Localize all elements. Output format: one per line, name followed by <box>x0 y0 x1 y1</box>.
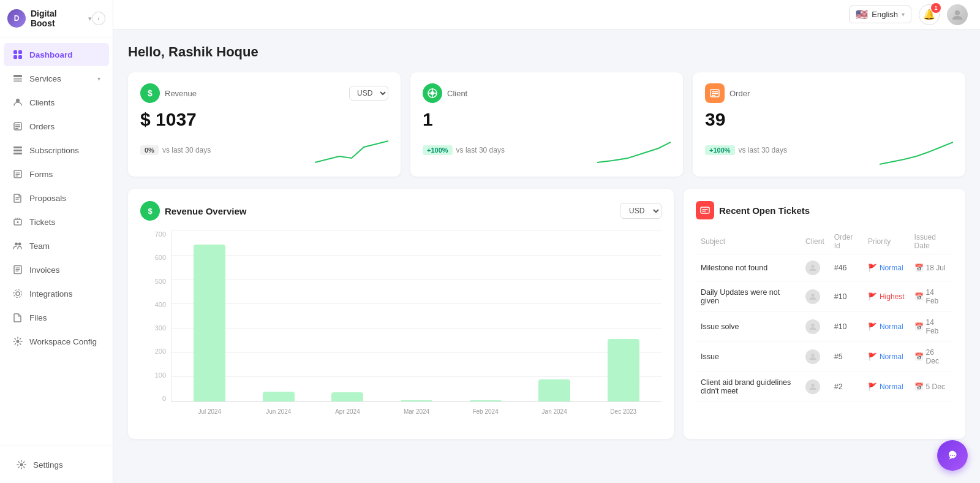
sidebar-item-label: Clients <box>29 98 55 107</box>
sidebar-item-orders[interactable]: Orders <box>4 115 109 138</box>
chart-title-row: $ Revenue Overview <box>140 201 246 221</box>
sidebar-item-subscriptions[interactable]: Subscriptions <box>4 139 109 162</box>
svg-rect-1 <box>18 50 22 54</box>
bar-mar2024: Mar 2024 <box>383 230 450 401</box>
y-label-700: 700 <box>141 230 166 238</box>
bottom-row: $ Revenue Overview USD 700 600 500 <box>128 189 965 439</box>
svg-rect-19 <box>16 199 19 200</box>
notification-badge: 1 <box>931 3 941 13</box>
svg-point-43 <box>812 354 815 357</box>
brand[interactable]: D Digital Boost ▾ <box>7 9 92 28</box>
sidebar-item-services[interactable]: Services ▾ <box>4 67 109 90</box>
svg-rect-14 <box>13 153 22 154</box>
ticket-orderid-3: #5 <box>829 342 863 372</box>
sidebar-item-integrations[interactable]: Integrations <box>4 282 109 305</box>
stat-card-client: Client 1 +100% vs last 30 days <box>410 72 683 177</box>
language-selector[interactable]: 🇺🇸 English ▾ <box>849 6 911 23</box>
svg-rect-38 <box>712 95 715 96</box>
brand-avatar: D <box>7 9 26 28</box>
svg-point-46 <box>950 455 951 456</box>
stats-row: $ Revenue USD $ 1037 0% vs last 30 days <box>128 72 965 177</box>
svg-point-44 <box>812 384 815 387</box>
order-badge: +100% <box>705 145 735 155</box>
order-change: +100% vs last 30 days <box>705 145 787 155</box>
bar-value-jun2024 <box>263 392 295 401</box>
chart-currency-select[interactable]: USD <box>620 203 662 219</box>
revenue-badge: 0% <box>140 145 159 155</box>
ticket-orderid-0: #46 <box>829 254 863 282</box>
sidebar-item-dashboard[interactable]: Dashboard <box>4 43 109 66</box>
stat-header-order: Order <box>705 83 953 103</box>
sidebar-item-invoices[interactable]: Invoices <box>4 258 109 281</box>
integrations-icon <box>12 288 23 299</box>
sidebar-item-tickets[interactable]: Tickets <box>4 210 109 234</box>
order-change-text: vs last 30 days <box>739 146 787 154</box>
revenue-footer: 0% vs last 30 days <box>140 135 388 165</box>
revenue-value: $ 1037 <box>140 109 388 130</box>
bar-label-feb2024: Feb 2024 <box>472 408 498 415</box>
client-badge: +100% <box>423 145 453 155</box>
y-label-500: 500 <box>141 278 166 285</box>
client-sparkline <box>597 135 671 165</box>
bar-jan2024: Jan 2024 <box>521 230 588 401</box>
sidebar-item-files[interactable]: Files <box>4 306 109 329</box>
date-4: 📅5 Dec <box>914 382 948 391</box>
bar-apr2024: Apr 2024 <box>314 230 381 401</box>
sidebar-item-proposals[interactable]: Proposals <box>4 186 109 210</box>
bar-label-apr2024: Apr 2024 <box>335 408 360 415</box>
stat-card-revenue: $ Revenue USD $ 1037 0% vs last 30 days <box>128 72 401 177</box>
bar-label-dec2023: Dec 2023 <box>610 408 636 415</box>
bar-jul2024: Jul 2024 <box>176 230 243 401</box>
bar-value-apr2024 <box>331 392 363 401</box>
svg-rect-10 <box>15 126 20 127</box>
svg-point-34 <box>431 91 434 95</box>
sidebar-item-team[interactable]: Team <box>4 234 109 257</box>
svg-rect-2 <box>13 55 17 59</box>
sidebar-nav: Dashboard Services ▾ Clients Orders Su <box>0 37 113 446</box>
sidebar-item-settings[interactable]: Settings <box>7 453 105 476</box>
sidebar-item-clients[interactable]: Clients <box>4 91 109 114</box>
svg-rect-27 <box>16 271 19 272</box>
user-avatar[interactable] <box>947 4 968 25</box>
sidebar-item-forms[interactable]: Forms <box>4 162 109 186</box>
svg-rect-12 <box>13 146 22 148</box>
table-row: Daily Updates were not given #10 🚩Highes… <box>696 282 953 312</box>
date-0: 📅18 Jul <box>914 264 948 272</box>
svg-point-42 <box>812 324 815 327</box>
ticket-orderid-4: #2 <box>829 372 863 402</box>
svg-point-40 <box>812 265 815 268</box>
revenue-label: Revenue <box>165 89 197 98</box>
tickets-card: Recent Open Tickets Subject Client Order… <box>684 189 965 439</box>
svg-point-47 <box>952 455 953 456</box>
invoices-icon <box>12 264 23 275</box>
sidebar-item-label: Dashboard <box>29 50 73 59</box>
sidebar-footer-label: Settings <box>33 460 63 470</box>
svg-point-28 <box>16 292 20 295</box>
svg-rect-4 <box>13 75 22 77</box>
date-3: 📅26 Dec <box>914 348 948 365</box>
notification-button[interactable]: 🔔 1 <box>919 4 940 25</box>
sidebar-item-label: Services <box>29 74 61 83</box>
chat-bubble-button[interactable] <box>937 440 968 471</box>
sidebar-item-workspace[interactable]: Workspace Config <box>4 330 109 353</box>
svg-point-30 <box>17 340 20 343</box>
chart-card: $ Revenue Overview USD 700 600 500 <box>128 189 674 439</box>
clients-icon <box>12 97 23 108</box>
table-row: Issue #5 🚩Normal 📅26 Dec <box>696 342 953 372</box>
order-label: Order <box>729 89 750 98</box>
bar-value-feb2024 <box>470 400 502 401</box>
bar-value-mar2024 <box>401 400 432 401</box>
sidebar-item-label: Files <box>29 313 47 322</box>
sidebar-collapse-button[interactable]: ‹ <box>92 12 105 25</box>
svg-rect-0 <box>13 50 17 54</box>
client-change-text: vs last 30 days <box>456 146 505 154</box>
forms-icon <box>12 169 23 180</box>
client-footer: +100% vs last 30 days <box>423 135 671 165</box>
y-label-300: 300 <box>141 324 166 332</box>
orders-icon <box>12 121 23 132</box>
sidebar-item-label: Team <box>29 242 50 251</box>
revenue-currency-select[interactable]: USD <box>349 86 388 101</box>
stat-header-client: Client <box>423 83 671 103</box>
client-avatar-3 <box>805 349 820 364</box>
revenue-icon: $ <box>140 83 160 103</box>
